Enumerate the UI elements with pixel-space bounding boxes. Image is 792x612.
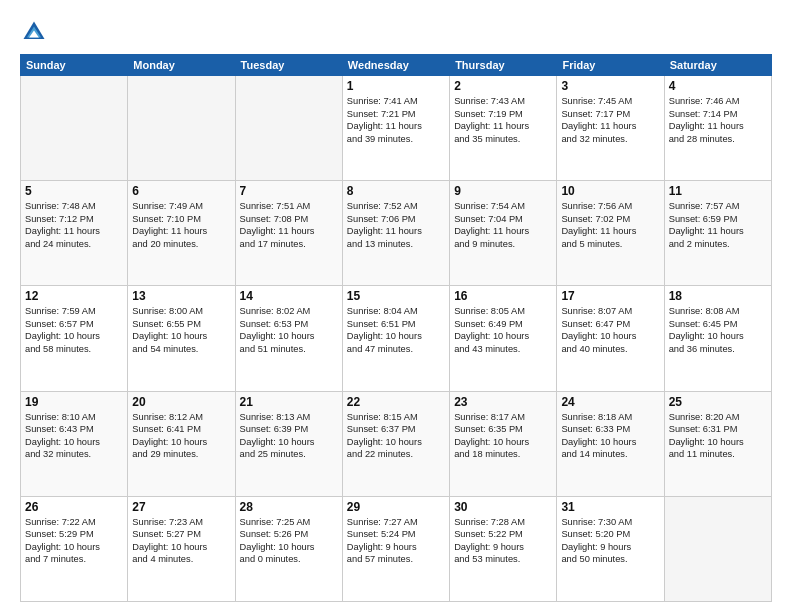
day-info: Sunrise: 8:17 AM Sunset: 6:35 PM Dayligh… <box>454 411 552 461</box>
logo-icon <box>20 18 48 46</box>
day-info: Sunrise: 8:18 AM Sunset: 6:33 PM Dayligh… <box>561 411 659 461</box>
day-number: 20 <box>132 395 230 409</box>
day-info: Sunrise: 8:05 AM Sunset: 6:49 PM Dayligh… <box>454 305 552 355</box>
calendar-day-cell: 16Sunrise: 8:05 AM Sunset: 6:49 PM Dayli… <box>450 286 557 391</box>
day-number: 30 <box>454 500 552 514</box>
day-number: 7 <box>240 184 338 198</box>
day-number: 17 <box>561 289 659 303</box>
calendar-day-cell: 26Sunrise: 7:22 AM Sunset: 5:29 PM Dayli… <box>21 496 128 601</box>
day-info: Sunrise: 7:28 AM Sunset: 5:22 PM Dayligh… <box>454 516 552 566</box>
day-number: 8 <box>347 184 445 198</box>
day-info: Sunrise: 8:08 AM Sunset: 6:45 PM Dayligh… <box>669 305 767 355</box>
day-number: 2 <box>454 79 552 93</box>
day-number: 3 <box>561 79 659 93</box>
day-number: 10 <box>561 184 659 198</box>
calendar-day-cell: 8Sunrise: 7:52 AM Sunset: 7:06 PM Daylig… <box>342 181 449 286</box>
day-info: Sunrise: 7:54 AM Sunset: 7:04 PM Dayligh… <box>454 200 552 250</box>
day-info: Sunrise: 8:02 AM Sunset: 6:53 PM Dayligh… <box>240 305 338 355</box>
calendar-day-cell: 31Sunrise: 7:30 AM Sunset: 5:20 PM Dayli… <box>557 496 664 601</box>
weekday-header: Monday <box>128 55 235 76</box>
calendar-week-row: 19Sunrise: 8:10 AM Sunset: 6:43 PM Dayli… <box>21 391 772 496</box>
day-info: Sunrise: 7:23 AM Sunset: 5:27 PM Dayligh… <box>132 516 230 566</box>
calendar-day-cell: 27Sunrise: 7:23 AM Sunset: 5:27 PM Dayli… <box>128 496 235 601</box>
page: SundayMondayTuesdayWednesdayThursdayFrid… <box>0 0 792 612</box>
day-number: 28 <box>240 500 338 514</box>
calendar-day-cell: 24Sunrise: 8:18 AM Sunset: 6:33 PM Dayli… <box>557 391 664 496</box>
day-number: 25 <box>669 395 767 409</box>
calendar-day-cell: 15Sunrise: 8:04 AM Sunset: 6:51 PM Dayli… <box>342 286 449 391</box>
day-info: Sunrise: 7:41 AM Sunset: 7:21 PM Dayligh… <box>347 95 445 145</box>
day-number: 21 <box>240 395 338 409</box>
weekday-header: Thursday <box>450 55 557 76</box>
day-info: Sunrise: 8:15 AM Sunset: 6:37 PM Dayligh… <box>347 411 445 461</box>
calendar-day-cell: 4Sunrise: 7:46 AM Sunset: 7:14 PM Daylig… <box>664 76 771 181</box>
day-number: 4 <box>669 79 767 93</box>
calendar-day-cell: 14Sunrise: 8:02 AM Sunset: 6:53 PM Dayli… <box>235 286 342 391</box>
weekday-header: Friday <box>557 55 664 76</box>
calendar-day-cell: 10Sunrise: 7:56 AM Sunset: 7:02 PM Dayli… <box>557 181 664 286</box>
calendar-day-cell <box>21 76 128 181</box>
day-info: Sunrise: 8:00 AM Sunset: 6:55 PM Dayligh… <box>132 305 230 355</box>
day-number: 9 <box>454 184 552 198</box>
calendar-day-cell: 11Sunrise: 7:57 AM Sunset: 6:59 PM Dayli… <box>664 181 771 286</box>
day-number: 22 <box>347 395 445 409</box>
day-info: Sunrise: 7:43 AM Sunset: 7:19 PM Dayligh… <box>454 95 552 145</box>
calendar-day-cell: 3Sunrise: 7:45 AM Sunset: 7:17 PM Daylig… <box>557 76 664 181</box>
calendar-day-cell: 19Sunrise: 8:10 AM Sunset: 6:43 PM Dayli… <box>21 391 128 496</box>
day-number: 19 <box>25 395 123 409</box>
calendar-day-cell: 12Sunrise: 7:59 AM Sunset: 6:57 PM Dayli… <box>21 286 128 391</box>
logo <box>20 18 52 46</box>
calendar-day-cell: 29Sunrise: 7:27 AM Sunset: 5:24 PM Dayli… <box>342 496 449 601</box>
day-info: Sunrise: 8:12 AM Sunset: 6:41 PM Dayligh… <box>132 411 230 461</box>
day-number: 29 <box>347 500 445 514</box>
day-info: Sunrise: 7:51 AM Sunset: 7:08 PM Dayligh… <box>240 200 338 250</box>
day-info: Sunrise: 7:52 AM Sunset: 7:06 PM Dayligh… <box>347 200 445 250</box>
day-number: 24 <box>561 395 659 409</box>
calendar-day-cell <box>128 76 235 181</box>
calendar-day-cell: 6Sunrise: 7:49 AM Sunset: 7:10 PM Daylig… <box>128 181 235 286</box>
day-info: Sunrise: 7:57 AM Sunset: 6:59 PM Dayligh… <box>669 200 767 250</box>
calendar-day-cell: 17Sunrise: 8:07 AM Sunset: 6:47 PM Dayli… <box>557 286 664 391</box>
calendar-day-cell: 21Sunrise: 8:13 AM Sunset: 6:39 PM Dayli… <box>235 391 342 496</box>
day-info: Sunrise: 8:13 AM Sunset: 6:39 PM Dayligh… <box>240 411 338 461</box>
day-info: Sunrise: 7:59 AM Sunset: 6:57 PM Dayligh… <box>25 305 123 355</box>
calendar-day-cell: 7Sunrise: 7:51 AM Sunset: 7:08 PM Daylig… <box>235 181 342 286</box>
day-info: Sunrise: 7:48 AM Sunset: 7:12 PM Dayligh… <box>25 200 123 250</box>
calendar-week-row: 1Sunrise: 7:41 AM Sunset: 7:21 PM Daylig… <box>21 76 772 181</box>
day-number: 6 <box>132 184 230 198</box>
calendar-day-cell: 28Sunrise: 7:25 AM Sunset: 5:26 PM Dayli… <box>235 496 342 601</box>
day-number: 1 <box>347 79 445 93</box>
day-info: Sunrise: 7:22 AM Sunset: 5:29 PM Dayligh… <box>25 516 123 566</box>
header <box>20 18 772 46</box>
calendar-day-cell <box>235 76 342 181</box>
day-number: 18 <box>669 289 767 303</box>
weekday-header: Wednesday <box>342 55 449 76</box>
day-number: 5 <box>25 184 123 198</box>
day-info: Sunrise: 7:27 AM Sunset: 5:24 PM Dayligh… <box>347 516 445 566</box>
day-info: Sunrise: 8:04 AM Sunset: 6:51 PM Dayligh… <box>347 305 445 355</box>
calendar-week-row: 5Sunrise: 7:48 AM Sunset: 7:12 PM Daylig… <box>21 181 772 286</box>
day-number: 15 <box>347 289 445 303</box>
day-info: Sunrise: 7:25 AM Sunset: 5:26 PM Dayligh… <box>240 516 338 566</box>
day-number: 12 <box>25 289 123 303</box>
calendar-day-cell: 22Sunrise: 8:15 AM Sunset: 6:37 PM Dayli… <box>342 391 449 496</box>
day-info: Sunrise: 7:30 AM Sunset: 5:20 PM Dayligh… <box>561 516 659 566</box>
day-number: 26 <box>25 500 123 514</box>
day-number: 14 <box>240 289 338 303</box>
day-info: Sunrise: 7:45 AM Sunset: 7:17 PM Dayligh… <box>561 95 659 145</box>
weekday-header: Sunday <box>21 55 128 76</box>
calendar-day-cell: 9Sunrise: 7:54 AM Sunset: 7:04 PM Daylig… <box>450 181 557 286</box>
day-number: 11 <box>669 184 767 198</box>
day-number: 16 <box>454 289 552 303</box>
calendar-day-cell <box>664 496 771 601</box>
day-info: Sunrise: 8:10 AM Sunset: 6:43 PM Dayligh… <box>25 411 123 461</box>
calendar: SundayMondayTuesdayWednesdayThursdayFrid… <box>20 54 772 602</box>
day-info: Sunrise: 8:20 AM Sunset: 6:31 PM Dayligh… <box>669 411 767 461</box>
day-number: 31 <box>561 500 659 514</box>
day-info: Sunrise: 7:46 AM Sunset: 7:14 PM Dayligh… <box>669 95 767 145</box>
calendar-day-cell: 1Sunrise: 7:41 AM Sunset: 7:21 PM Daylig… <box>342 76 449 181</box>
calendar-day-cell: 13Sunrise: 8:00 AM Sunset: 6:55 PM Dayli… <box>128 286 235 391</box>
weekday-header: Saturday <box>664 55 771 76</box>
calendar-day-cell: 23Sunrise: 8:17 AM Sunset: 6:35 PM Dayli… <box>450 391 557 496</box>
calendar-day-cell: 20Sunrise: 8:12 AM Sunset: 6:41 PM Dayli… <box>128 391 235 496</box>
